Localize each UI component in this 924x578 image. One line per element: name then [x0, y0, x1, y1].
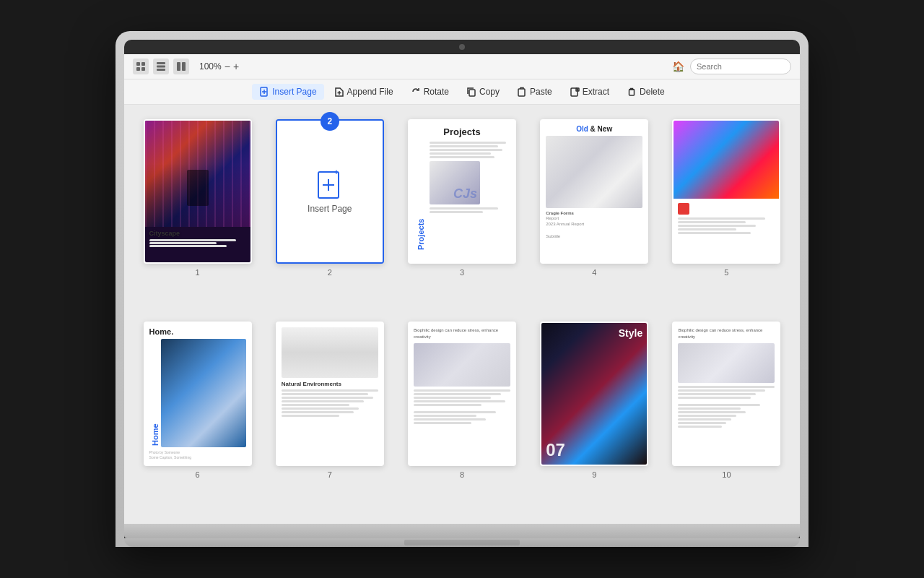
page-num-6: 6 — [196, 470, 200, 479]
layout-icon-btn[interactable] — [133, 59, 149, 74]
page-thumb-4: Old & New Cragie Forms Report2023 Annual… — [540, 119, 648, 264]
toolbar-icons — [133, 59, 189, 74]
toolbar: 100% − + 🏠 — [124, 54, 800, 79]
svg-rect-4 — [157, 62, 165, 64]
action-bar: Insert Page Append File Rotate — [124, 79, 800, 105]
page-num-4: 4 — [592, 268, 596, 277]
svg-rect-1 — [141, 62, 145, 66]
page-num-5: 5 — [724, 268, 728, 277]
append-file-label: Append File — [347, 87, 393, 97]
trackpad[interactable] — [404, 540, 520, 545]
page-thumb-7: Natural Environments — [276, 322, 384, 466]
page-thumb-3: Projects Projects — [408, 119, 516, 264]
page-num-3: 3 — [460, 268, 464, 277]
page-num-8: 8 — [460, 470, 464, 479]
page-thumb-8: Biophilic design can reduce stress, enha… — [408, 322, 516, 466]
insert-page-label: Insert Page — [272, 87, 316, 97]
svg-rect-5 — [157, 66, 165, 68]
page-item-5[interactable]: 5 — [668, 119, 785, 307]
page-num-1: 1 — [196, 268, 200, 277]
laptop-base — [124, 538, 800, 547]
svg-rect-2 — [136, 67, 140, 71]
page-thumb-10: Biophilic design can reduce stress, enha… — [672, 322, 780, 466]
svg-rect-6 — [157, 69, 165, 71]
copy-btn[interactable]: Copy — [459, 84, 507, 100]
laptop-frame: 100% − + 🏠 Insert Page — [116, 31, 808, 547]
app-window: 100% − + 🏠 Insert Page — [124, 54, 800, 524]
laptop-screen: 100% − + 🏠 Insert Page — [124, 40, 800, 538]
insert-page-text: Insert Page — [308, 204, 352, 214]
delete-btn[interactable]: Delete — [619, 84, 672, 100]
view-icon-btn[interactable] — [173, 59, 189, 74]
search-input[interactable] — [690, 59, 791, 74]
page-item-8[interactable]: Biophilic design can reduce stress, enha… — [403, 322, 520, 509]
grid-icon-btn[interactable] — [153, 59, 169, 74]
page-thumb-2: + Insert Page — [276, 119, 384, 264]
append-file-btn[interactable]: Append File — [327, 84, 401, 100]
laptop-bezel-bottom — [124, 524, 800, 538]
pages-grid: Cityscape 1 2 — [124, 105, 800, 524]
page-thumb-5 — [672, 119, 780, 264]
svg-rect-19 — [629, 90, 635, 95]
page-num-9: 9 — [592, 470, 596, 479]
page-num-10: 10 — [722, 470, 731, 479]
svg-rect-8 — [182, 62, 186, 71]
page-item-9[interactable]: Style 07 9 — [536, 322, 653, 509]
paste-label: Paste — [530, 87, 552, 97]
page-item-7[interactable]: Natural Environments — [271, 322, 388, 509]
page-thumb-6: Home. Home Photo by Someone Some Caption… — [144, 322, 252, 466]
extract-label: Extract — [583, 87, 609, 97]
copy-label: Copy — [479, 87, 500, 97]
page-num-2: 2 — [328, 268, 332, 277]
rotate-label: Rotate — [424, 87, 449, 97]
svg-rect-3 — [141, 67, 145, 71]
svg-rect-7 — [177, 62, 180, 71]
svg-text:+: + — [334, 169, 339, 176]
page-thumb-1: Cityscape — [144, 119, 252, 264]
page-thumb-9: Style 07 — [540, 322, 648, 466]
extract-btn[interactable]: Extract — [562, 84, 616, 100]
camera-notch — [459, 44, 465, 50]
page-item-1[interactable]: Cityscape 1 — [139, 119, 256, 307]
home-icon-btn[interactable]: 🏠 — [672, 61, 684, 72]
paste-btn[interactable]: Paste — [510, 84, 559, 100]
page-num-7: 7 — [328, 470, 332, 479]
page-item-3[interactable]: Projects Projects — [403, 119, 520, 307]
rotate-btn[interactable]: Rotate — [404, 84, 456, 100]
delete-label: Delete — [640, 87, 665, 97]
svg-rect-15 — [518, 89, 525, 96]
page-item-2[interactable]: 2 + Insert Page 2 — [271, 119, 388, 307]
zoom-in-btn[interactable]: + — [233, 61, 239, 72]
svg-rect-14 — [469, 90, 475, 96]
page-item-10[interactable]: Biophilic design can reduce stress, enha… — [668, 322, 785, 509]
zoom-level: 100% — [199, 61, 222, 72]
page-item-6[interactable]: Home. Home Photo by Someone Some Caption… — [139, 322, 256, 509]
zoom-control: 100% − + — [199, 61, 239, 72]
page-item-4[interactable]: Old & New Cragie Forms Report2023 Annual… — [536, 119, 653, 307]
insert-page-btn[interactable]: Insert Page — [252, 84, 323, 100]
svg-rect-0 — [136, 62, 140, 66]
zoom-out-btn[interactable]: − — [225, 61, 230, 72]
page-badge-2: 2 — [321, 112, 339, 131]
